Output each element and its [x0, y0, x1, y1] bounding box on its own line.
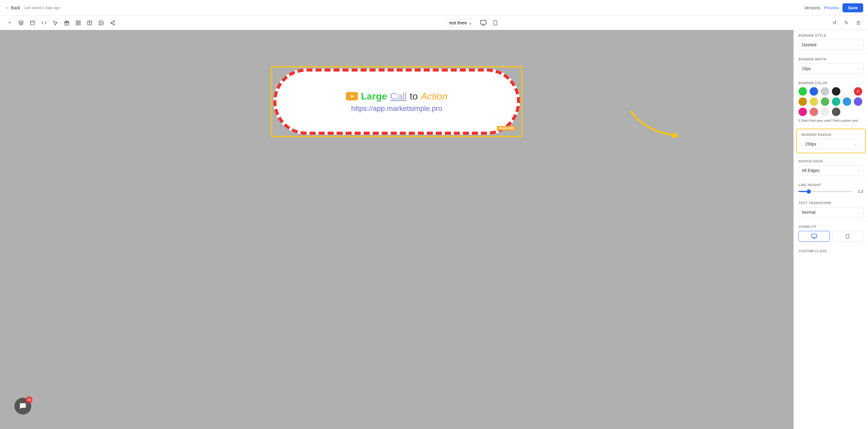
custom-color-text: Didn't find your color? Add custom one! — [801, 119, 858, 122]
redo-button[interactable]: ↻ — [841, 18, 851, 28]
headline-text: Large Call to Action — [346, 91, 447, 102]
color-swatch-pink[interactable] — [799, 108, 807, 116]
border-radius-section: Border Radius 150px ⌄ — [796, 129, 866, 153]
color-swatch-rose[interactable] — [810, 108, 818, 116]
cursor-icon[interactable] — [51, 18, 60, 28]
svg-marker-0 — [19, 21, 24, 23]
color-swatch-gold[interactable] — [799, 97, 807, 106]
border-width-section: Border Width 10px ⌄ — [794, 54, 868, 77]
save-button[interactable]: Save — [842, 3, 863, 12]
svg-rect-9 — [79, 23, 80, 25]
chevron-down-icon: ⌄ — [857, 168, 860, 172]
line-height-slider-row: 1.3 — [799, 189, 863, 194]
color-swatch-teal[interactable] — [832, 97, 840, 106]
radius-edge-value: All Edges — [802, 168, 819, 173]
image-icon[interactable] — [96, 18, 106, 28]
svg-rect-20 — [480, 20, 486, 24]
svg-rect-30 — [811, 234, 816, 238]
svg-line-19 — [112, 21, 113, 22]
color-swatch-green[interactable] — [799, 87, 807, 96]
color-swatch-lightgray[interactable] — [821, 87, 829, 96]
radius-edge-select[interactable]: All Edges ⌄ — [799, 165, 863, 175]
top-bar: ← Back Last saved 2 days ago Versions Pr… — [0, 0, 868, 15]
toolbar-center: test three ⌄ — [446, 18, 501, 28]
back-button[interactable]: ← Back — [5, 5, 20, 10]
top-bar-right: Versions Preview Save — [804, 3, 863, 12]
radius-edge-section: Radius Edge All Edges ⌄ — [794, 156, 868, 179]
color-swatch-transparent[interactable] — [821, 108, 829, 116]
slider-thumb[interactable] — [807, 189, 811, 194]
add-icon[interactable]: ＋ — [5, 18, 14, 28]
color-swatch-navy[interactable] — [854, 97, 862, 106]
svg-line-18 — [112, 23, 113, 24]
color-swatch-lightgreen[interactable] — [821, 97, 829, 106]
canvas-url: https://app.marketsimple.pro — [351, 104, 442, 113]
file-icon[interactable] — [28, 18, 37, 28]
layers-icon[interactable] — [16, 18, 26, 28]
desktop-view-button[interactable] — [478, 18, 489, 28]
preview-button[interactable]: Preview — [824, 5, 839, 10]
element-wrapper[interactable]: Large Call to Action https://app.markets… — [271, 66, 522, 137]
gift-icon[interactable] — [62, 18, 71, 28]
mobile-view-button[interactable] — [490, 18, 501, 28]
border-color-section: BORDER COLOR — [794, 77, 868, 126]
canvas-element[interactable]: Large Call to Action https://app.markets… — [273, 69, 520, 135]
chevron-down-icon: ⌄ — [857, 210, 860, 214]
border-radius-select[interactable]: 150px ⌄ — [802, 139, 860, 149]
color-swatch-medblue[interactable] — [843, 97, 851, 106]
back-label: Back — [11, 5, 20, 10]
right-panel: Border Style Dashed ⌄ Border Width 10px … — [794, 30, 868, 429]
page-name: test three — [450, 21, 467, 25]
color-swatch-red[interactable] — [854, 87, 862, 96]
versions-button[interactable]: Versions — [804, 5, 820, 10]
border-radius-value: 150px — [805, 142, 816, 146]
svg-rect-1 — [30, 21, 35, 25]
chevron-down-icon: ⌄ — [857, 43, 860, 47]
desktop-visibility-button[interactable] — [799, 231, 830, 242]
svg-marker-28 — [351, 95, 354, 98]
svg-rect-7 — [79, 21, 80, 22]
device-icons — [478, 18, 501, 28]
undo-button[interactable]: ↺ — [830, 18, 839, 28]
line-height-track[interactable] — [799, 191, 852, 192]
text-transform-select[interactable]: Normal ⌄ — [799, 207, 863, 217]
border-style-value: Dashed — [802, 42, 816, 47]
top-bar-left: ← Back Last saved 2 days ago — [5, 5, 60, 10]
line-height-value: 1.3 — [855, 189, 863, 194]
headline-call: Call — [390, 91, 407, 102]
grid-icon[interactable] — [73, 18, 83, 28]
color-swatch-yellow[interactable] — [810, 97, 818, 106]
border-style-label: Border Style — [799, 34, 863, 37]
color-swatch-blue[interactable] — [810, 87, 818, 96]
text-transform-section: Text Transform Normal ⌄ — [794, 198, 868, 221]
canvas-area[interactable]: Large Call to Action https://app.markets… — [0, 30, 794, 429]
svg-point-14 — [100, 22, 100, 22]
visibility-section: Visibility — [794, 221, 868, 245]
custom-color-link[interactable]: ℹ Didn't find your color? Add custom one… — [799, 119, 863, 122]
toolbar: ＋ test three ⌄ — [0, 15, 868, 30]
color-swatch-black[interactable] — [832, 87, 840, 96]
toolbar-left: ＋ — [5, 18, 117, 28]
toolbar-right: ↺ ↻ — [830, 18, 863, 28]
page-selector[interactable]: test three ⌄ — [446, 19, 475, 27]
visibility-label: Visibility — [799, 225, 863, 229]
mobile-visibility-button[interactable] — [832, 231, 864, 242]
border-width-select[interactable]: 10px ⌄ — [799, 63, 863, 74]
text-transform-label: Text Transform — [799, 201, 863, 205]
color-grid — [799, 87, 863, 116]
border-style-select[interactable]: Dashed ⌄ — [799, 40, 863, 50]
slider-fill — [799, 191, 807, 192]
chevron-down-icon: ⌄ — [857, 66, 860, 71]
share-icon[interactable] — [108, 18, 117, 28]
color-swatch-darkgray[interactable] — [832, 108, 840, 116]
color-swatch-white[interactable] — [843, 87, 851, 96]
text-transform-value: Normal — [802, 210, 815, 214]
info-icon: ℹ — [799, 119, 800, 122]
layout-icon[interactable] — [85, 18, 94, 28]
line-height-label: Line Height — [799, 183, 863, 187]
settings-button[interactable] — [854, 18, 863, 28]
radius-edge-label: Radius Edge — [799, 159, 863, 163]
custom-class-label: Custom Class — [799, 249, 863, 253]
border-width-value: 10px — [802, 66, 811, 71]
code-icon[interactable] — [39, 18, 49, 28]
